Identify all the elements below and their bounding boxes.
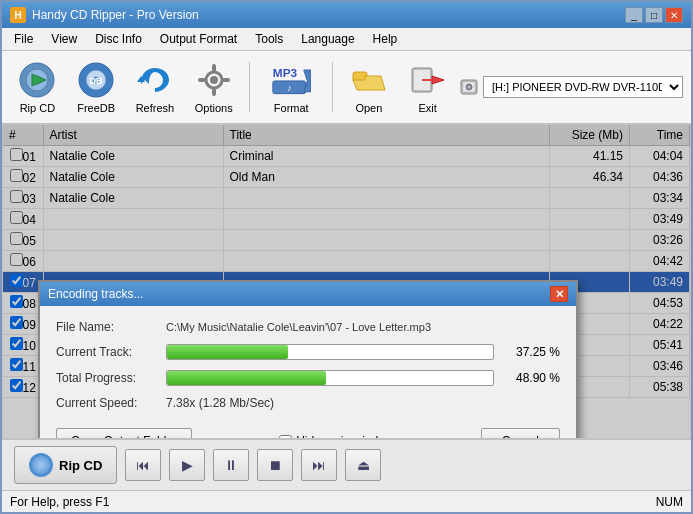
toolbar-exit[interactable]: Exit (400, 55, 455, 119)
rip-cd-player-label: Rip CD (59, 458, 102, 473)
total-progress-row: Total Progress: 48.90 % (56, 370, 560, 386)
open-icon (349, 60, 389, 100)
current-speed-row: Current Speed: 7.38x (1.28 Mb/Sec) (56, 396, 560, 410)
help-text: For Help, press F1 (10, 495, 109, 509)
exit-label: Exit (418, 102, 436, 114)
svg-rect-10 (212, 64, 216, 72)
menu-bar: File View Disc Info Output Format Tools … (2, 28, 691, 51)
menu-disc-info[interactable]: Disc Info (87, 30, 150, 48)
svg-text:MP3: MP3 (273, 66, 298, 80)
menu-language[interactable]: Language (293, 30, 362, 48)
refresh-label: Refresh (136, 102, 175, 114)
disk-selector-dropdown[interactable]: [H:] PIONEER DVD-RW DVR-110D (483, 76, 683, 98)
current-track-row: Current Track: 37.25 % (56, 344, 560, 360)
toolbar-format[interactable]: MP3 ♪ Format (258, 55, 324, 119)
main-window: H Handy CD Ripper - Pro Version _ □ ✕ Fi… (0, 0, 693, 514)
options-label: Options (195, 102, 233, 114)
open-output-folder-button[interactable]: Open Output Folder (56, 428, 192, 439)
hide-main-window-label[interactable]: Hide main window (279, 434, 393, 439)
rip-cd-icon (17, 60, 57, 100)
svg-text:♪: ♪ (287, 83, 292, 93)
file-name-row: File Name: C:\My Music\Natalie Cole\Leav… (56, 320, 560, 334)
current-speed-label: Current Speed: (56, 396, 166, 410)
current-track-progress-bar (166, 344, 494, 360)
pause-button[interactable]: ⏸ (213, 449, 249, 481)
menu-view[interactable]: View (43, 30, 85, 48)
toolbar-refresh[interactable]: Refresh (128, 55, 183, 119)
encoding-dialog: Encoding tracks... ✕ File Name: C:\My Mu… (38, 280, 578, 439)
status-bar: For Help, press F1 NUM (2, 490, 691, 512)
rip-cd-label: Rip CD (20, 102, 55, 114)
format-icon: MP3 ♪ (271, 60, 311, 100)
toolbar: Rip CD DB FreeDB Refresh (2, 51, 691, 124)
modal-actions: Open Output Folder Hide main window Canc… (56, 424, 560, 439)
refresh-icon (135, 60, 175, 100)
play-button[interactable]: ▶ (169, 449, 205, 481)
eject-button[interactable]: ⏏ (345, 449, 381, 481)
disk-selector: [H:] PIONEER DVD-RW DVR-110D (459, 76, 683, 98)
file-name-label: File Name: (56, 320, 166, 334)
encoding-dialog-title: Encoding tracks... (48, 287, 143, 301)
total-progress-fill (167, 371, 326, 385)
current-track-progress-fill (167, 345, 288, 359)
current-track-label: Current Track: (56, 345, 166, 359)
title-bar-left: H Handy CD Ripper - Pro Version (10, 7, 199, 23)
format-label: Format (274, 102, 309, 114)
encoding-dialog-body: File Name: C:\My Music\Natalie Cole\Leav… (40, 306, 576, 439)
svg-rect-12 (198, 78, 206, 82)
svg-point-9 (210, 76, 218, 84)
cancel-button[interactable]: Cancel (481, 428, 560, 439)
file-name-value: C:\My Music\Natalie Cole\Leavin'\07 - Lo… (166, 321, 431, 333)
minimize-button[interactable]: _ (625, 7, 643, 23)
total-progress-bar (166, 370, 494, 386)
total-progress-pct: 48.90 % (500, 371, 560, 385)
modal-overlay: Encoding tracks... ✕ File Name: C:\My Mu… (3, 125, 690, 438)
encoding-dialog-title-bar: Encoding tracks... ✕ (40, 282, 576, 306)
track-list: # Artist Title Size (Mb) Time 01Natalie … (2, 124, 691, 439)
svg-point-25 (468, 86, 470, 88)
svg-rect-11 (212, 88, 216, 96)
menu-help[interactable]: Help (365, 30, 406, 48)
toolbar-separator-1 (249, 62, 250, 112)
freedb-icon: DB (76, 60, 116, 100)
toolbar-separator-2 (332, 62, 333, 112)
num-lock-indicator: NUM (656, 495, 683, 509)
title-bar: H Handy CD Ripper - Pro Version _ □ ✕ (2, 2, 691, 28)
menu-file[interactable]: File (6, 30, 41, 48)
rip-cd-player-icon (29, 453, 53, 477)
disk-icon (459, 77, 479, 97)
skip-back-button[interactable]: ⏮ (125, 449, 161, 481)
toolbar-open[interactable]: Open (341, 55, 396, 119)
current-track-pct: 37.25 % (500, 345, 560, 359)
stop-button[interactable]: ⏹ (257, 449, 293, 481)
menu-tools[interactable]: Tools (247, 30, 291, 48)
menu-output-format[interactable]: Output Format (152, 30, 245, 48)
toolbar-rip-cd[interactable]: Rip CD (10, 55, 65, 119)
title-controls: _ □ ✕ (625, 7, 683, 23)
toolbar-options[interactable]: Options (186, 55, 241, 119)
encoding-dialog-close[interactable]: ✕ (550, 286, 568, 302)
exit-icon (408, 60, 448, 100)
toolbar-freedb[interactable]: DB FreeDB (69, 55, 124, 119)
player-bar: Rip CD ⏮ ▶ ⏸ ⏹ ⏭ ⏏ (2, 439, 691, 490)
svg-rect-13 (222, 78, 230, 82)
total-progress-label: Total Progress: (56, 371, 166, 385)
hide-main-window-checkbox[interactable] (279, 435, 292, 440)
svg-text:DB: DB (90, 76, 103, 86)
window-title: Handy CD Ripper - Pro Version (32, 8, 199, 22)
hide-main-window-text: Hide main window (296, 434, 393, 439)
current-speed-value: 7.38x (1.28 Mb/Sec) (166, 396, 274, 410)
close-button[interactable]: ✕ (665, 7, 683, 23)
freedb-label: FreeDB (77, 102, 115, 114)
options-icon (194, 60, 234, 100)
maximize-button[interactable]: □ (645, 7, 663, 23)
skip-forward-button[interactable]: ⏭ (301, 449, 337, 481)
open-label: Open (355, 102, 382, 114)
rip-cd-player-button[interactable]: Rip CD (14, 446, 117, 484)
app-icon: H (10, 7, 26, 23)
